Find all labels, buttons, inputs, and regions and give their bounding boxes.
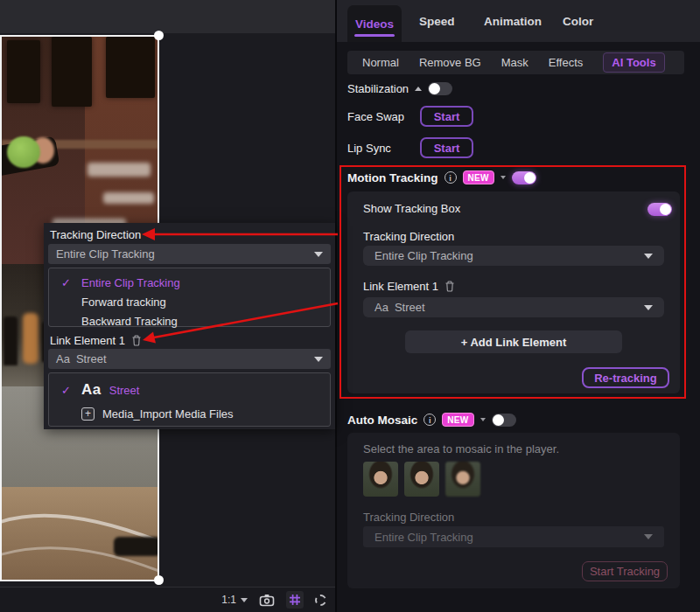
option-backward-tracking[interactable]: ✓ Backward Tracking	[49, 311, 330, 330]
option-forward-tracking[interactable]: ✓ Forward tracking	[49, 292, 330, 311]
preview-toolbar	[0, 0, 335, 33]
chevron-down-icon	[314, 252, 323, 257]
motion-tracking-card: Show Tracking Box Tracking Direction Ent…	[347, 191, 680, 393]
overlay-link-element-label: Link Element 1	[50, 334, 142, 347]
motion-tracking-label: Motion Tracking	[347, 171, 438, 184]
video-subtab-bar: Normal Remove BG Mask Effects AI Tools	[347, 51, 684, 74]
re-tracking-button[interactable]: Re-tracking	[582, 367, 669, 388]
tracking-direction-select[interactable]: Entire Clip Tracking	[363, 246, 664, 266]
link-element-select[interactable]: Aa Street	[363, 297, 664, 317]
check-icon: ✓	[61, 384, 74, 397]
motion-tracking-dropdowns-overlay: Tracking Direction Entire Clip Tracking …	[44, 223, 335, 429]
trash-icon[interactable]	[131, 335, 142, 346]
overlay-tracking-direction-select[interactable]: Entire Clip Tracking	[48, 244, 331, 264]
auto-mosaic-card: Select the area to mosaic in the player.…	[347, 433, 680, 588]
clip-corner-handle[interactable]	[154, 575, 164, 585]
show-tracking-box-label: Show Tracking Box	[363, 202, 460, 215]
new-badge: NEW	[442, 413, 473, 427]
subtab-mask[interactable]: Mask	[501, 56, 528, 69]
auto-mosaic-toggle[interactable]	[492, 414, 516, 427]
stabilization-label: Stabilization	[347, 82, 409, 95]
graffiti	[88, 163, 150, 177]
player-preview-area: 1:1 Tracking Direction	[0, 0, 335, 612]
link-element-options-list: ✓ Aa Street ✓ + Media_Import Media Files	[48, 372, 331, 427]
option-street-text[interactable]: ✓ Aa Street	[49, 378, 330, 402]
new-badge: NEW	[463, 170, 494, 184]
pedestrian	[4, 316, 18, 365]
add-link-element-button[interactable]: + Add Link Element	[405, 330, 622, 353]
lip-sync-label: Lip Sync	[347, 142, 391, 155]
active-tab-underline	[354, 34, 395, 37]
link-element-label: Link Element 1	[363, 280, 455, 293]
snapshot-camera-icon[interactable]	[259, 594, 275, 607]
collapse-icon[interactable]	[415, 87, 422, 91]
text-element-icon: Aa	[374, 301, 388, 314]
lip-sync-start-button[interactable]: Start	[420, 137, 473, 158]
mosaic-tracking-direction-select: Entire Clip Tracking	[363, 526, 664, 547]
zoom-level-value: 1:1	[221, 594, 236, 606]
info-icon[interactable]: i	[444, 171, 457, 184]
chevron-down-icon	[314, 357, 323, 362]
properties-panel: Videos Speed Animation Color Normal Remo…	[335, 0, 700, 612]
trash-icon[interactable]	[444, 281, 455, 292]
panel-tab-bar: Videos Speed Animation Color	[337, 0, 700, 42]
auto-mosaic-header: Auto Mosaic i NEW	[347, 412, 516, 428]
motion-tracking-header: Motion Tracking i NEW	[347, 170, 536, 185]
overlay-tracking-direction-label: Tracking Direction	[50, 228, 141, 241]
subtab-normal[interactable]: Normal	[362, 56, 399, 69]
chevron-down-icon	[644, 534, 653, 539]
overlay-link-element-select[interactable]: Aa Street	[48, 349, 331, 369]
option-entire-clip-tracking[interactable]: ✓ Entire Clip Tracking	[49, 273, 330, 292]
text-element-icon: Aa	[56, 352, 70, 365]
face-thumbnail[interactable]	[363, 462, 398, 497]
grid-overlay-toggle-icon[interactable]	[286, 591, 304, 609]
fit-to-screen-icon[interactable]	[315, 595, 326, 606]
stabilization-row: Stabilization	[347, 80, 452, 96]
auto-mosaic-label: Auto Mosaic	[347, 414, 417, 427]
mosaic-tracking-direction-label: Tracking Direction	[363, 511, 454, 524]
tracking-direction-label: Tracking Direction	[363, 230, 454, 243]
subtab-remove-bg[interactable]: Remove BG	[419, 56, 481, 69]
chevron-down-icon[interactable]	[480, 418, 486, 421]
clip-corner-handle[interactable]	[154, 31, 164, 40]
add-media-icon: +	[81, 407, 94, 421]
player-controls-bar: 1:1	[0, 588, 335, 612]
show-tracking-box-toggle[interactable]	[648, 203, 672, 216]
chevron-down-icon[interactable]	[500, 176, 506, 179]
tab-animation[interactable]: Animation	[484, 0, 542, 42]
zoom-level-dropdown[interactable]: 1:1	[221, 594, 248, 606]
green-ball	[7, 136, 40, 168]
tracking-direction-options-list: ✓ Entire Clip Tracking ✓ Forward trackin…	[48, 268, 331, 327]
face-thumbnail[interactable]	[445, 462, 480, 497]
tab-speed[interactable]: Speed	[419, 0, 455, 42]
tab-videos[interactable]: Videos	[347, 5, 402, 42]
check-icon: ✓	[61, 276, 74, 289]
filmora-window: 1:1 Tracking Direction	[0, 0, 700, 612]
chevron-down-icon	[241, 598, 248, 602]
chevron-down-icon	[644, 305, 653, 310]
motion-tracking-toggle[interactable]	[512, 171, 536, 184]
face-swap-label: Face Swap	[347, 110, 404, 123]
info-icon[interactable]: i	[424, 414, 436, 426]
chevron-down-icon	[644, 254, 653, 259]
mosaic-hint-text: Select the area to mosaic in the player.	[363, 442, 559, 456]
stabilization-toggle[interactable]	[428, 82, 452, 95]
pavement-markings	[2, 474, 159, 581]
start-tracking-button: Start Tracking	[582, 561, 668, 581]
face-thumbnail[interactable]	[404, 462, 439, 497]
subtab-effects[interactable]: Effects	[549, 56, 584, 69]
tab-color[interactable]: Color	[563, 0, 593, 42]
face-swap-row: Face Swap	[347, 108, 404, 124]
lip-sync-row: Lip Sync	[347, 140, 391, 156]
face-swap-start-button[interactable]: Start	[420, 106, 473, 127]
option-import-media[interactable]: ✓ + Media_Import Media Files	[49, 402, 330, 425]
subtab-ai-tools[interactable]: AI Tools	[603, 52, 664, 73]
text-element-icon: Aa	[81, 381, 102, 399]
